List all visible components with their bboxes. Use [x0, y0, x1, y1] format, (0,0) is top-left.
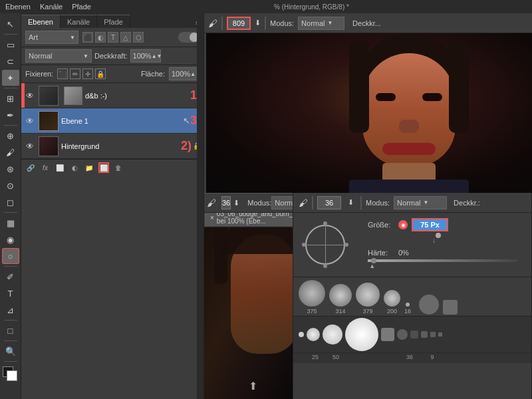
tool-text[interactable]: T — [2, 285, 19, 301]
brush-r2-6[interactable] — [397, 329, 408, 340]
size-input[interactable]: 75 Px — [412, 218, 448, 231]
canvas-doc[interactable]: ⬆ — [204, 227, 293, 399]
tool-zoom[interactable]: 🔍 — [2, 343, 19, 359]
brush-size-input[interactable]: 809 — [227, 17, 251, 30]
tool-select-rect[interactable]: ▭ — [2, 37, 19, 53]
brush-r2-3[interactable] — [323, 325, 342, 344]
layer-item-ebene1[interactable]: 👁 Ebene 1 ↖ 3) — [21, 108, 203, 134]
brush-sample-375[interactable]: 375 — [299, 280, 325, 315]
size-label: Größe: — [368, 221, 394, 229]
lock-all[interactable]: 🔒 — [95, 68, 106, 79]
brush-sample-special[interactable] — [419, 295, 439, 315]
layer-item-dab[interactable]: 👁 d&b :-) 1) — [21, 83, 203, 108]
layer-indicator-1 — [21, 83, 25, 108]
brush-load-icon-2[interactable]: ⬇ — [233, 199, 239, 207]
layer-bottom-bar: 🔗 fx ⬜ ◐ 📁 ⬜ 🗑 — [21, 159, 203, 176]
brush-load-icon[interactable]: ⬇ — [255, 19, 261, 27]
size-control: Größe: ◉ 75 Px — [360, 218, 526, 234]
add-fx-btn[interactable]: fx — [40, 162, 51, 173]
deckkraft-label-1: Deckkr... — [352, 19, 381, 27]
brush-sample-special2[interactable] — [443, 300, 458, 315]
brush-r2-2[interactable] — [307, 328, 320, 341]
filter-adjust[interactable]: ◐ — [95, 32, 106, 43]
brush-circle-2 — [329, 284, 352, 307]
title-bar: Ebenen Kanäle Pfade % (Hintergrund, RGB/… — [0, 0, 532, 13]
tool-lasso[interactable]: ⊂ — [2, 53, 19, 69]
add-mask-btn[interactable]: ⬜ — [55, 162, 65, 173]
tab-kanaele[interactable]: Kanäle — [61, 15, 97, 28]
new-layer-btn[interactable]: ⬜ — [98, 162, 109, 173]
tool-gradient[interactable]: ▦ — [2, 215, 19, 231]
tab-pfade[interactable]: Pfade — [97, 15, 130, 28]
tool-pen[interactable]: ✐ — [2, 269, 19, 285]
brush-r2-4[interactable] — [345, 318, 378, 351]
brush-r2-7[interactable] — [410, 331, 418, 338]
tool-heal[interactable]: ⊕ — [2, 128, 19, 144]
flaeche-value[interactable]: 100% ▲▼ — [169, 67, 200, 80]
doc-tab-close[interactable]: × — [210, 214, 214, 221]
tool-shape[interactable]: □ — [2, 323, 19, 338]
menu-ebenen[interactable]: Ebenen — [5, 3, 31, 11]
deckkraft-value[interactable]: 100% ▲▼ — [130, 49, 161, 63]
brush-circle-1 — [299, 280, 325, 307]
filter-pixel[interactable]: ⬛ — [82, 32, 93, 43]
layer-list: 👁 d&b :-) 1) 👁 Ebene 1 ↖ 3) 👁 Hintergrun… — [21, 83, 203, 159]
brush-panel-size[interactable]: 36 — [317, 196, 341, 209]
layer-visibility-hintergrund[interactable]: 👁 — [24, 142, 36, 151]
tool-path[interactable]: ⊿ — [2, 302, 19, 318]
tool-brush[interactable]: 🖌 — [2, 144, 19, 160]
tool-move[interactable]: ↖ — [2, 16, 19, 32]
brush-r2-1[interactable] — [299, 332, 304, 337]
add-adjustment-btn[interactable]: ◐ — [69, 162, 80, 173]
face-silhouette — [342, 33, 475, 193]
filter-dropdown[interactable]: Art ▼ — [25, 31, 78, 44]
brush-special-2 — [443, 300, 458, 315]
tool-clone[interactable]: ⊛ — [2, 161, 19, 177]
brush-r2-8[interactable] — [421, 331, 428, 338]
lock-position[interactable]: ✛ — [82, 68, 93, 79]
blend-mode-dropdown[interactable]: Normal ▼ — [25, 49, 92, 63]
mode-dropdown-1[interactable]: Normal ▼ — [298, 17, 344, 30]
cursor-arrow: ↓ — [432, 237, 436, 244]
filter-shape[interactable]: △ — [120, 32, 131, 43]
brush-r2-10[interactable] — [438, 332, 442, 336]
link-layers-btn[interactable]: 🔗 — [25, 162, 36, 173]
scroll-arrow: ⬆ — [249, 380, 257, 392]
color-swatches[interactable] — [3, 366, 19, 382]
crosshair-v — [325, 221, 326, 268]
panel-mode-dropdown[interactable]: Normal ▼ — [394, 196, 447, 209]
menu-pfade[interactable]: Pfade — [72, 3, 91, 11]
layer-visibility-ebene1[interactable]: 👁 — [24, 116, 36, 126]
filter-text[interactable]: T — [108, 32, 118, 43]
brush-r2-5[interactable] — [381, 328, 394, 341]
delete-layer-btn[interactable]: 🗑 — [113, 162, 124, 173]
tool-blur[interactable]: ◉ — [2, 231, 19, 247]
tool-eraser[interactable]: ◻ — [2, 194, 19, 210]
brush-options-bar-2: 🖌 36 ⬇ Modus: Normal ▼ Deckkr.: — [204, 193, 293, 213]
tool-crop[interactable]: ⊞ — [2, 90, 19, 106]
brush-size-input-2[interactable]: 36 — [221, 196, 231, 209]
brush-panel-load[interactable]: ⬇ — [348, 198, 354, 207]
layer-item-hintergrund[interactable]: 👁 Hintergrund 2) 🔒 — [21, 134, 203, 159]
brush-sample-314[interactable]: 314 — [329, 284, 352, 315]
brush-r2-9[interactable] — [430, 332, 436, 337]
brush-sample-379[interactable]: 379 — [356, 283, 380, 315]
tool-dodge[interactable]: ○ — [2, 248, 19, 264]
mode-label-1: Modus: — [270, 19, 294, 27]
menu-kanaele[interactable]: Kanäle — [40, 3, 63, 11]
tab-ebenen[interactable]: Ebenen — [21, 15, 61, 28]
hardness-row: Härte: 0% — [360, 249, 526, 259]
lock-transparent[interactable]: ⬛ — [57, 68, 68, 79]
hardness-slider-container: ▲ — [360, 259, 526, 271]
tool-magic-wand[interactable]: ✦ — [2, 70, 19, 86]
br2-7 — [410, 331, 418, 338]
panel-scrollbar[interactable] — [197, 13, 203, 399]
brush-sample-16[interactable]: 16 — [404, 303, 411, 315]
layer-visibility-dab[interactable]: 👁 — [24, 91, 36, 100]
brush-sample-200[interactable]: 200 — [384, 290, 400, 315]
lock-image[interactable]: ✏ — [70, 68, 80, 79]
tool-eyedrop[interactable]: ✒ — [2, 107, 19, 123]
add-group-btn[interactable]: 📁 — [84, 162, 94, 173]
tool-history[interactable]: ⊙ — [2, 178, 19, 194]
filter-smart[interactable]: ⬡ — [133, 32, 144, 43]
